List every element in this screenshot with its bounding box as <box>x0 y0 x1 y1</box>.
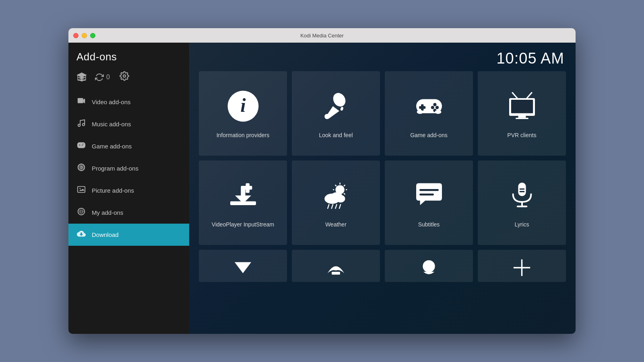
sidebar-item-program-addons[interactable]: Program add-ons <box>68 157 189 179</box>
tile-partial-3[interactable] <box>385 250 473 282</box>
subtitles-label: Subtitles <box>418 221 440 228</box>
partial1-icon <box>231 256 255 279</box>
gamepad-tile-icon <box>411 88 447 124</box>
svg-rect-49 <box>419 189 439 191</box>
program-addons-label: Program add-ons <box>92 165 138 172</box>
sidebar-item-music-addons[interactable]: Music add-ons <box>68 113 189 135</box>
package-icon[interactable] <box>76 72 87 82</box>
svg-rect-24 <box>511 100 533 113</box>
svg-point-57 <box>423 260 435 272</box>
gamepad-nav-icon <box>76 141 86 152</box>
tile-look-and-feel[interactable]: Look and feel <box>292 71 380 156</box>
weather-label: Weather <box>325 221 347 228</box>
look-feel-label: Look and feel <box>319 132 353 139</box>
svg-rect-56 <box>332 272 340 274</box>
svg-point-17 <box>433 103 436 106</box>
svg-point-19 <box>431 106 434 109</box>
app-body: Add-ons <box>68 43 576 334</box>
partial2-icon <box>324 256 348 279</box>
tile-partial-4[interactable] <box>478 250 566 282</box>
svg-rect-28 <box>516 118 528 119</box>
svg-point-21 <box>417 110 423 114</box>
tile-partial-1[interactable] <box>199 250 287 282</box>
tile-lyrics[interactable]: Lyrics <box>478 160 566 245</box>
download-nav-icon <box>76 229 86 240</box>
sidebar-item-game-addons[interactable]: Game add-ons <box>68 135 189 157</box>
look-feel-icon <box>318 88 354 124</box>
sidebar: Add-ons <box>68 43 189 334</box>
window-title: Kodi Media Center <box>300 33 344 39</box>
sidebar-toolbar: 0 <box>68 67 189 91</box>
svg-point-11 <box>330 90 348 109</box>
videoplayer-icon <box>225 177 261 214</box>
picture-icon <box>76 185 86 196</box>
svg-line-47 <box>335 204 336 208</box>
grid-row-2: VideoPlayer InputStream <box>199 160 566 245</box>
music-icon <box>76 119 86 130</box>
svg-point-12 <box>324 114 330 119</box>
title-bar: Kodi Media Center <box>68 28 576 43</box>
video-icon <box>76 97 86 107</box>
svg-rect-55 <box>519 191 524 192</box>
picture-addons-label: Picture add-ons <box>92 187 134 194</box>
tile-videoplayer[interactable]: VideoPlayer InputStream <box>199 160 287 245</box>
svg-point-13 <box>340 107 343 111</box>
tile-partial-2[interactable] <box>292 250 380 282</box>
my-addons-label: My add-ons <box>92 209 123 216</box>
lyrics-icon <box>504 177 540 214</box>
window-controls <box>73 33 95 38</box>
sidebar-heading: Add-ons <box>68 43 189 67</box>
partial4-icon <box>510 256 534 279</box>
svg-line-46 <box>331 204 332 208</box>
close-button[interactable] <box>73 33 78 38</box>
svg-point-44 <box>336 195 345 202</box>
game-addons-label: Game add-ons <box>92 143 132 150</box>
refresh-count: 0 <box>106 74 110 81</box>
subtitles-icon <box>411 177 447 214</box>
info-providers-icon: i <box>225 88 261 124</box>
weather-icon <box>318 177 354 214</box>
game-addons-tile-label: Game add-ons <box>410 132 448 139</box>
lyrics-label: Lyrics <box>514 221 529 228</box>
refresh-indicator[interactable]: 0 <box>95 73 110 82</box>
sidebar-item-picture-addons[interactable]: Picture add-ons <box>68 179 189 202</box>
svg-point-22 <box>435 110 441 114</box>
tile-subtitles[interactable]: Subtitles <box>385 160 473 245</box>
svg-point-5 <box>83 123 85 126</box>
settings-icon[interactable] <box>120 71 129 83</box>
svg-line-41 <box>344 185 345 186</box>
sidebar-item-video-addons[interactable]: Video add-ons <box>68 91 189 113</box>
tile-weather[interactable]: Weather <box>292 160 380 245</box>
svg-rect-3 <box>78 98 83 103</box>
svg-line-26 <box>527 93 532 98</box>
sidebar-item-download[interactable]: Download <box>68 224 189 246</box>
music-addons-label: Music add-ons <box>92 121 131 128</box>
my-addons-icon <box>76 207 86 218</box>
app-window: Kodi Media Center Add-ons <box>68 28 576 334</box>
svg-line-38 <box>335 185 336 186</box>
svg-point-8 <box>79 188 80 189</box>
svg-rect-54 <box>519 188 524 189</box>
svg-line-25 <box>512 93 517 98</box>
svg-rect-27 <box>518 116 526 118</box>
svg-rect-50 <box>419 193 434 195</box>
grid-row-1: i Information providers <box>199 71 566 156</box>
tile-game-addons[interactable]: Game add-ons <box>385 71 473 156</box>
clock-display: 10:05 AM <box>496 50 564 67</box>
video-addons-label: Video add-ons <box>92 99 130 105</box>
pvr-icon <box>504 88 540 124</box>
svg-point-18 <box>436 106 439 109</box>
minimize-button[interactable] <box>82 33 87 38</box>
addon-grid: i Information providers <box>189 71 576 334</box>
partial3-icon <box>417 256 441 279</box>
sidebar-item-my-addons[interactable]: My add-ons <box>68 202 189 224</box>
tile-information-providers[interactable]: i Information providers <box>199 71 287 156</box>
pvr-clients-label: PVR clients <box>507 132 536 139</box>
grid-row-3 <box>199 250 566 282</box>
svg-line-39 <box>344 193 345 194</box>
maximize-button[interactable] <box>90 33 95 38</box>
svg-line-45 <box>328 204 329 208</box>
program-icon <box>76 163 86 174</box>
main-content: 10:05 AM i Information providers <box>189 43 576 334</box>
tile-pvr-clients[interactable]: PVR clients <box>478 71 566 156</box>
